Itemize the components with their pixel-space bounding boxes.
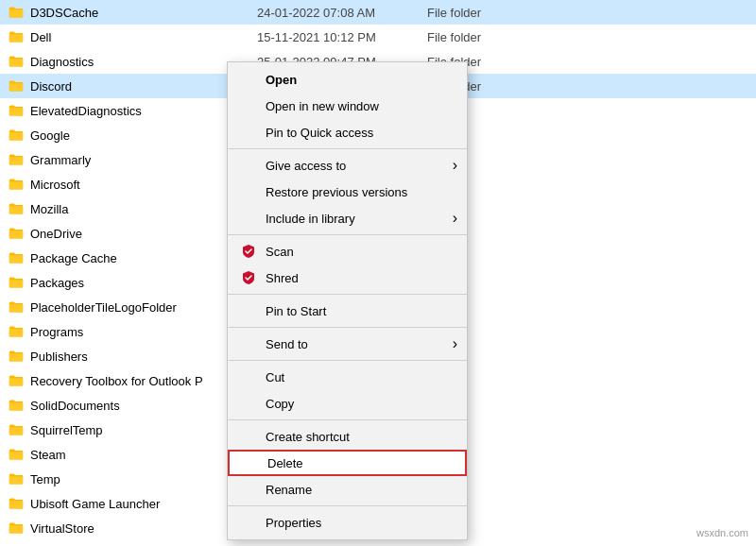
menu-item-scan[interactable]: Scan	[228, 238, 467, 264]
folder-icon	[8, 176, 25, 193]
folder-icon	[8, 249, 25, 266]
folder-icon	[8, 77, 25, 94]
menu-separator	[228, 360, 467, 361]
file-date: 24-01-2022 07:08 AM	[257, 6, 408, 20]
menu-item-copy[interactable]: Copy	[228, 390, 467, 417]
file-name: Package Cache	[30, 251, 238, 265]
menu-label: Scan	[266, 245, 455, 259]
menu-item-properties[interactable]: Properties	[228, 509, 467, 536]
menu-label: Delete	[267, 456, 454, 470]
menu-item-restore-versions[interactable]: Restore previous versions	[228, 179, 467, 205]
file-name: Mozilla	[30, 202, 238, 216]
menu-icon-spacer	[239, 427, 258, 446]
menu-item-delete[interactable]: Delete	[228, 450, 467, 476]
file-name: Grammarly	[30, 153, 238, 167]
file-name: Publishers	[30, 350, 238, 364]
menu-icon-spacer	[239, 394, 258, 413]
context-menu: OpenOpen in new windowPin to Quick acces…	[227, 61, 468, 540]
file-name: Programs	[30, 325, 238, 339]
folder-icon	[8, 200, 25, 217]
file-row[interactable]: WhatsAppolder	[0, 540, 756, 546]
menu-item-pin-start[interactable]: Pin to Start	[228, 298, 467, 324]
folder-icon	[8, 372, 25, 389]
file-name: Temp	[30, 472, 238, 486]
file-row[interactable]: Dell15-11-2021 10:12 PMFile folder	[0, 25, 756, 49]
menu-item-rename[interactable]: Rename	[228, 476, 467, 503]
menu-item-send-to[interactable]: Send to	[228, 331, 467, 357]
menu-item-cut[interactable]: Cut	[228, 364, 467, 390]
file-name: PlaceholderTileLogoFolder	[30, 300, 238, 315]
menu-label: Give access to	[266, 159, 455, 173]
menu-separator	[228, 327, 467, 328]
watermark: wsxdn.com	[696, 527, 748, 538]
menu-label: Rename	[266, 483, 455, 497]
menu-icon-spacer	[239, 156, 258, 175]
menu-label: Cut	[266, 370, 455, 384]
menu-icon-spacer	[239, 301, 258, 320]
file-name: Ubisoft Game Launcher	[30, 497, 238, 511]
file-date: 15-11-2021 10:12 PM	[257, 30, 408, 44]
mcafee-icon	[239, 242, 258, 261]
menu-item-create-shortcut[interactable]: Create shortcut	[228, 423, 467, 450]
folder-icon	[8, 151, 25, 168]
menu-label: Shred	[266, 271, 455, 285]
menu-label: Properties	[266, 516, 455, 530]
file-name: Steam	[30, 448, 238, 462]
menu-item-open[interactable]: Open	[228, 66, 467, 93]
mcafee-icon	[239, 268, 258, 287]
menu-item-give-access[interactable]: Give access to	[228, 152, 467, 179]
folder-icon	[8, 28, 25, 45]
folder-icon	[8, 348, 25, 365]
folder-icon	[8, 470, 25, 487]
file-name: Recovery Toolbox for Outlook P	[30, 374, 238, 388]
menu-label: Include in library	[266, 212, 455, 226]
file-name: Packages	[30, 276, 238, 290]
menu-icon-spacer	[241, 453, 260, 472]
file-name: Microsoft	[30, 178, 238, 192]
menu-separator	[228, 234, 467, 235]
file-row[interactable]: D3DSCache24-01-2022 07:08 AMFile folder	[0, 0, 756, 25]
folder-icon	[8, 520, 25, 537]
menu-label: Restore previous versions	[266, 185, 455, 199]
menu-icon-spacer	[239, 123, 258, 142]
menu-label: Pin to Quick access	[266, 126, 455, 140]
menu-item-pin-quick-access[interactable]: Pin to Quick access	[228, 119, 467, 145]
menu-label: Pin to Start	[266, 304, 455, 318]
file-name: Diagnostics	[30, 55, 238, 69]
folder-icon	[8, 127, 25, 144]
menu-label: Open	[266, 73, 455, 87]
folder-icon	[8, 397, 25, 414]
menu-separator	[228, 294, 467, 295]
menu-item-open-new-window[interactable]: Open in new window	[228, 93, 467, 119]
file-name: D3DSCache	[30, 6, 238, 20]
file-name: SquirrelTemp	[30, 423, 238, 437]
folder-icon	[8, 323, 25, 340]
menu-icon-spacer	[239, 209, 258, 228]
file-name: Google	[30, 128, 238, 143]
menu-icon-spacer	[239, 513, 258, 532]
folder-icon	[8, 446, 25, 463]
menu-icon-spacer	[239, 70, 258, 89]
menu-label: Send to	[266, 337, 455, 351]
folder-icon	[8, 421, 25, 438]
folder-icon	[8, 4, 25, 21]
menu-separator	[228, 419, 467, 420]
menu-icon-spacer	[239, 96, 258, 115]
folder-icon	[8, 102, 25, 119]
file-name: SolidDocuments	[30, 399, 238, 413]
menu-item-shred[interactable]: Shred	[228, 264, 467, 291]
menu-item-include-library[interactable]: Include in library	[228, 205, 467, 231]
menu-icon-spacer	[239, 334, 258, 353]
file-name: Dell	[30, 30, 238, 44]
menu-label: Open in new window	[266, 99, 455, 113]
file-name: OneDrive	[30, 227, 238, 241]
file-name: Discord	[30, 79, 238, 94]
folder-icon	[8, 225, 25, 242]
file-type: File folder	[427, 30, 481, 44]
menu-icon-spacer	[239, 367, 258, 386]
file-type: File folder	[427, 6, 481, 20]
menu-label: Copy	[266, 397, 455, 411]
folder-icon	[8, 53, 25, 70]
menu-label: Create shortcut	[266, 430, 455, 444]
folder-icon	[8, 495, 25, 512]
